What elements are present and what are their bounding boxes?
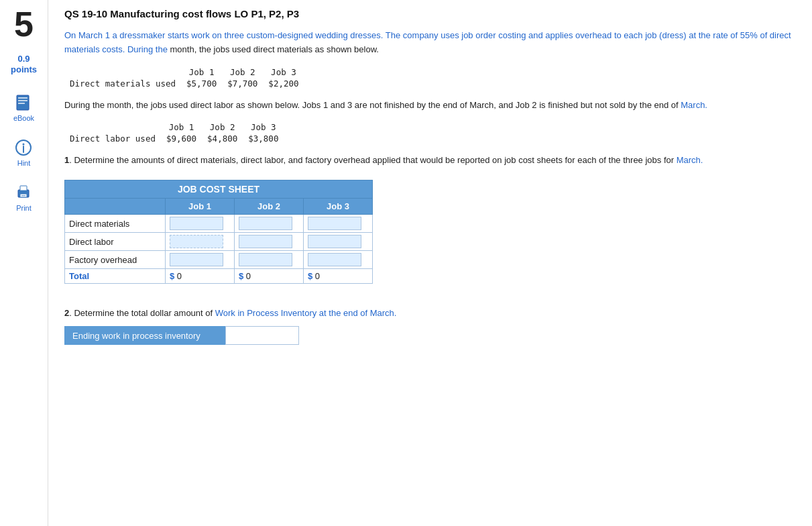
materials-job1-value: $5,700 — [181, 78, 222, 89]
intro-paragraph2: During the month, the jobs used direct l… — [64, 99, 792, 113]
direct-labor-job1-cell[interactable] — [166, 233, 235, 251]
labor-empty-header — [64, 121, 161, 133]
factory-overhead-job3-cell[interactable] — [304, 251, 373, 269]
factory-overhead-job2-cell[interactable] — [235, 251, 304, 269]
direct-labor-label: Direct labor — [65, 233, 166, 251]
labor-job2-header: Job 2 — [202, 121, 243, 133]
part1-text: Determine the amounts of direct material… — [74, 155, 676, 165]
svg-rect-10 — [21, 195, 25, 196]
total-job2-input[interactable] — [246, 271, 283, 281]
factory-overhead-job2-input[interactable] — [239, 253, 292, 266]
materials-job1-header: Job 1 — [181, 66, 222, 78]
total-job3-dollar: $ — [308, 271, 312, 281]
job-cost-col-label — [65, 199, 166, 215]
labor-job1-header: Job 1 — [161, 121, 202, 133]
part1-march: March. — [677, 155, 703, 165]
materials-job2-header: Job 2 — [222, 66, 263, 78]
part2-section: 2. Determine the total dollar amount of … — [64, 308, 792, 345]
materials-job3-header: Job 3 — [263, 66, 304, 78]
svg-rect-2 — [18, 100, 27, 101]
direct-labor-job3-cell[interactable] — [304, 233, 373, 251]
labor-row-label: Direct labor used — [64, 133, 161, 144]
job-cost-title-row: JOB COST SHEET — [65, 180, 373, 199]
job-cost-table: JOB COST SHEET Job 1 Job 2 Job 3 Direct … — [64, 180, 373, 284]
direct-labor-job3-input[interactable] — [308, 235, 361, 248]
part1-instruction: 1. Determine the amounts of direct mater… — [64, 154, 792, 168]
factory-overhead-job1-input[interactable] — [170, 253, 223, 266]
job-cost-col-job2: Job 2 — [235, 199, 304, 215]
materials-header-row: Job 1 Job 2 Job 3 — [64, 66, 304, 78]
total-job1-input[interactable] — [177, 271, 214, 281]
question-number: 5 — [14, 7, 34, 42]
svg-rect-3 — [18, 103, 25, 104]
materials-data-row: Direct materials used $5,700 $7,700 $2,2… — [64, 78, 304, 89]
direct-materials-job3-input[interactable] — [308, 217, 361, 230]
labor-data-row: Direct labor used $9,600 $4,800 $3,800 — [64, 133, 284, 144]
intro-p2-march: March. — [681, 100, 707, 110]
direct-labor-job2-input[interactable] — [239, 235, 292, 248]
svg-point-5 — [23, 144, 25, 146]
part2-instruction: 2. Determine the total dollar amount of … — [64, 308, 792, 318]
sidebar-tools: eBook Hint — [13, 93, 34, 212]
ending-work-label: Ending work in process inventory — [64, 326, 225, 345]
points-label: points — [11, 64, 37, 75]
print-icon — [14, 183, 33, 202]
question-title: QS 19-10 Manufacturing cost flows LO P1,… — [64, 8, 792, 19]
total-job1-cell: $ — [166, 269, 235, 284]
materials-job3-value: $2,200 — [263, 78, 304, 89]
part2-highlight: Work in Process Inventory at the end of … — [215, 308, 397, 318]
labor-header-row: Job 1 Job 2 Job 3 — [64, 121, 284, 133]
materials-empty-header — [64, 66, 181, 78]
intro-paragraph1: On March 1 a dressmaker starts work on t… — [64, 29, 792, 57]
labor-job3-header: Job 3 — [243, 121, 284, 133]
materials-row-label: Direct materials used — [64, 78, 181, 89]
direct-materials-job2-input[interactable] — [239, 217, 292, 230]
factory-overhead-job3-input[interactable] — [308, 253, 361, 266]
direct-materials-job2-cell[interactable] — [235, 215, 304, 233]
labor-table-wrap: Job 1 Job 2 Job 3 Direct labor used $9,6… — [64, 121, 792, 144]
materials-job2-value: $7,700 — [222, 78, 263, 89]
direct-materials-job3-cell[interactable] — [304, 215, 373, 233]
hint-label: Hint — [17, 159, 31, 167]
job-cost-header-row: Job 1 Job 2 Job 3 — [65, 199, 373, 215]
job-cost-col-job1: Job 1 — [166, 199, 235, 215]
total-label: Total — [65, 269, 166, 284]
main-content: QS 19-10 Manufacturing cost flows LO P1,… — [48, 0, 812, 526]
direct-materials-job1-cell[interactable] — [166, 215, 235, 233]
sidebar-hint[interactable]: Hint — [14, 138, 33, 167]
ending-row: Ending work in process inventory — [64, 326, 792, 345]
total-job3-input[interactable] — [315, 271, 352, 281]
sidebar-print[interactable]: Print — [14, 183, 33, 212]
direct-labor-job2-cell[interactable] — [235, 233, 304, 251]
sidebar-ebook[interactable]: eBook — [13, 93, 34, 122]
direct-labor-row: Direct labor — [65, 233, 373, 251]
job-cost-col-job3: Job 3 — [304, 199, 373, 215]
total-job2-dollar: $ — [239, 271, 243, 281]
part1-number: 1 — [64, 155, 69, 165]
part2-text: Determine the total dollar amount of — [74, 308, 215, 318]
direct-materials-job1-input[interactable] — [170, 217, 223, 230]
ebook-label: eBook — [13, 114, 34, 122]
labor-table: Job 1 Job 2 Job 3 Direct labor used $9,6… — [64, 121, 284, 144]
factory-overhead-job1-cell[interactable] — [166, 251, 235, 269]
hint-icon — [14, 138, 33, 157]
job-cost-title: JOB COST SHEET — [65, 180, 373, 199]
svg-rect-1 — [18, 97, 27, 99]
total-row: Total $ $ $ — [65, 269, 373, 284]
direct-materials-row: Direct materials — [65, 215, 373, 233]
job-cost-section: JOB COST SHEET Job 1 Job 2 Job 3 Direct … — [64, 180, 792, 284]
intro-p2-text: During the month, the jobs used direct l… — [64, 100, 681, 110]
part2-number: 2 — [64, 308, 69, 318]
print-label: Print — [16, 204, 32, 212]
total-job1-dollar: $ — [170, 271, 174, 281]
labor-job2-value: $4,800 — [202, 133, 243, 144]
svg-rect-8 — [20, 186, 27, 191]
materials-table-wrap: Job 1 Job 2 Job 3 Direct materials used … — [64, 66, 792, 89]
direct-labor-job1-input[interactable] — [170, 235, 223, 248]
total-job2-cell: $ — [235, 269, 304, 284]
direct-materials-label: Direct materials — [65, 215, 166, 233]
intro-p1-rest: month, the jobs used direct materials as… — [170, 44, 379, 54]
ending-work-input[interactable] — [225, 326, 299, 345]
factory-overhead-row: Factory overhead — [65, 251, 373, 269]
labor-job3-value: $3,800 — [243, 133, 284, 144]
